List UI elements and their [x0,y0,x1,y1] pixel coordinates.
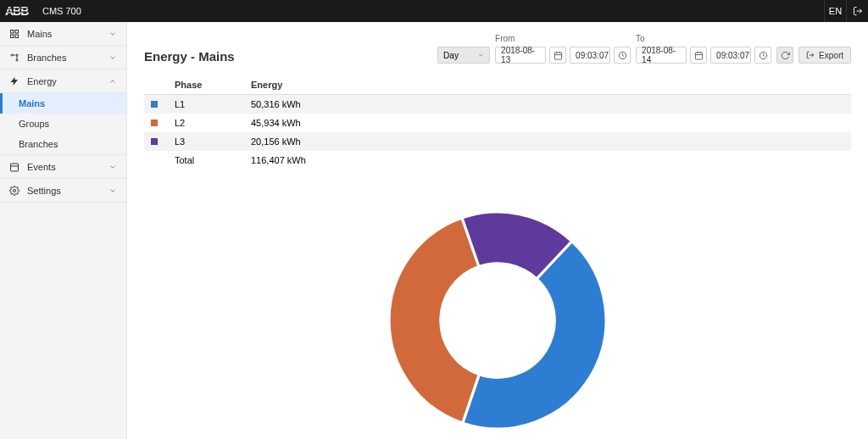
to-label: To [636,34,771,43]
grid-icon [8,28,20,40]
chevron-down-icon [108,53,118,63]
svg-point-8 [11,54,13,56]
product-title: CMS 700 [42,6,81,16]
chevron-down-icon [108,186,118,196]
from-time-input[interactable]: 09:03:07 [570,47,610,64]
svg-rect-5 [15,30,19,33]
cell-energy: 20,156 kWh [244,132,851,151]
sidebar-item-label: Settings [27,186,61,196]
cell-energy: 116,407 kWh [244,151,851,169]
sidebar-sub-label: Groups [19,119,49,129]
export-label: Export [819,51,843,60]
series-swatch [151,101,158,108]
sidebar-item-events[interactable]: Events [0,155,126,179]
sidebar-sub-energy-groups[interactable]: Groups [0,114,126,134]
table-row: L320,156 kWh [144,132,851,151]
energy-donut-chart [362,185,633,439]
calendar-icon [8,161,20,173]
language-label: EN [829,6,842,16]
svg-text:ABB: ABB [5,5,29,17]
cell-phase: L1 [168,95,244,114]
chevron-down-icon [108,162,118,172]
export-icon [806,51,815,59]
to-time-input[interactable]: 09:03:07 [710,47,751,64]
cell-energy: 50,316 kWh [244,95,851,114]
series-swatch [151,119,158,126]
sidebar-item-label: Mains [27,29,52,39]
sidebar-item-label: Events [27,162,56,172]
svg-point-10 [16,59,18,61]
sidebar-item-mains[interactable]: Mains [0,22,126,46]
sidebar-sub-label: Mains [19,98,45,108]
clock-icon [759,51,768,60]
period-select[interactable]: Day [437,47,490,64]
svg-rect-19 [695,52,702,58]
svg-point-13 [14,189,16,192]
sidebar-item-label: Energy [27,76,57,86]
from-time-picker-button[interactable] [614,47,631,64]
svg-rect-4 [11,30,14,33]
svg-rect-6 [15,35,19,38]
to-date-input[interactable]: 2018-08-14 [636,47,687,64]
cell-phase: Total [168,151,244,169]
chevron-down-icon [477,51,484,60]
branches-icon [8,52,20,64]
energy-table: Phase Energy L150,316 kWhL245,934 kWhL32… [144,75,851,169]
table-row: Total116,407 kWh [144,151,851,169]
series-swatch [151,138,158,145]
export-button[interactable]: Export [798,47,851,64]
refresh-button[interactable] [776,47,793,64]
chevron-up-icon [108,76,118,86]
period-value: Day [443,51,459,60]
chevron-down-icon [108,29,118,39]
from-label: From [495,34,631,43]
sidebar-item-energy[interactable]: Energy [0,69,126,93]
svg-rect-11 [11,164,19,171]
cell-phase: L3 [168,132,244,151]
svg-rect-7 [11,35,14,38]
cell-energy: 45,934 kWh [244,114,851,132]
sidebar-sub-energy-mains[interactable]: Mains [0,93,126,114]
logout-button[interactable] [846,0,868,22]
from-date-picker-button[interactable] [549,47,566,64]
sidebar: Mains Branches Energy [0,22,127,439]
sidebar-sub-label: Branches [19,139,58,149]
calendar-icon [694,51,704,60]
sidebar-item-label: Branches [27,53,66,63]
svg-rect-14 [554,52,561,58]
clock-icon [618,51,627,60]
from-date-input[interactable]: 2018-08-13 [495,47,546,64]
language-button[interactable]: EN [824,0,846,22]
page-title: Energy - Mains [144,49,235,64]
brand-logo: ABB [5,5,36,17]
svg-point-9 [16,54,18,56]
sidebar-item-branches[interactable]: Branches [0,46,126,69]
table-header-energy: Energy [244,75,851,95]
calendar-icon [554,51,563,60]
gear-icon [8,185,20,197]
to-time-picker-button[interactable] [754,47,771,64]
to-date-picker-button[interactable] [690,47,707,64]
donut-slice-l2 [389,218,479,423]
table-row: L245,934 kWh [144,114,851,132]
sidebar-item-settings[interactable]: Settings [0,179,126,203]
logout-icon [853,6,863,16]
bolt-icon [8,75,20,87]
sidebar-sub-energy-branches[interactable]: Branches [0,134,126,154]
table-row: L150,316 kWh [144,95,851,114]
cell-phase: L2 [168,114,244,132]
refresh-icon [781,51,790,60]
table-header-phase: Phase [168,75,244,95]
